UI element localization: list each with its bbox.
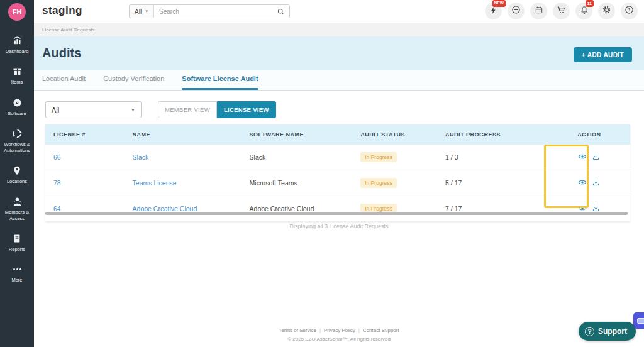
main-content: All ▼ MEMBER VIEW LICENSE VIEW LICENSE #…	[34, 91, 644, 347]
add-audit-button[interactable]: + ADD AUDIT	[574, 47, 632, 62]
avatar[interactable]: FH	[8, 3, 26, 21]
tab-software-license-audit[interactable]: Software License Audit	[182, 75, 258, 90]
license-name-link[interactable]: Teams License	[133, 179, 177, 187]
question-circle-icon: ?	[625, 5, 634, 17]
audit-progress: 5 / 17	[437, 170, 548, 196]
dashboard-icon	[12, 35, 23, 46]
svg-text:?: ?	[628, 8, 630, 12]
sidebar-item-label: Workflows & Automations	[1, 141, 33, 153]
view-eye-icon[interactable]	[578, 179, 587, 187]
topbar: staging All ▼ NEW	[34, 0, 644, 23]
browser-extension-icon[interactable]	[633, 312, 644, 329]
license-name-link[interactable]: Slack	[133, 153, 149, 161]
whats-new-button[interactable]: NEW	[485, 3, 502, 19]
disc-icon	[12, 97, 23, 108]
workflow-cycle-icon	[12, 128, 23, 139]
lightning-icon	[489, 6, 497, 17]
sidebar-item-reports[interactable]: Reports	[0, 228, 34, 258]
copyright-text: © 2025 EZO AssetSonar™. All rights reser…	[34, 336, 644, 342]
sidebar-item-dashboard[interactable]: Dashboard	[0, 30, 34, 60]
sidebar-item-label: More	[11, 277, 22, 283]
column-header-software: SOFTWARE NAME	[242, 124, 353, 145]
search-scope-dropdown[interactable]: All ▼	[130, 5, 154, 18]
search-icon[interactable]	[277, 5, 289, 18]
search-scope-value: All	[135, 8, 142, 15]
software-name: Slack	[242, 145, 353, 170]
extension-glyph	[637, 318, 644, 324]
footer: Terms of Service|Privacy Policy|Contact …	[34, 328, 644, 342]
sidebar-item-label: Members & Access	[1, 209, 33, 221]
table-row: 66 Slack Slack In Progress 1 / 3	[45, 145, 630, 170]
filter-dropdown-value: All	[52, 106, 59, 114]
breadcrumb-bar: License Audit Requests	[34, 23, 644, 36]
ellipsis-icon	[12, 264, 23, 275]
report-document-icon	[12, 233, 22, 244]
contact-support-link[interactable]: Contact Support	[363, 328, 399, 333]
license-view-button[interactable]: LICENSE VIEW	[217, 101, 276, 118]
download-icon[interactable]	[592, 153, 600, 162]
column-header-action: ACTION	[548, 124, 630, 145]
new-badge: NEW	[492, 0, 506, 7]
chevron-down-icon: ▼	[145, 9, 148, 13]
settings-button[interactable]	[598, 3, 615, 19]
cart-button[interactable]	[553, 3, 570, 19]
table-row: 78 Teams License Microsoft Teams In Prog…	[45, 170, 630, 196]
gear-icon	[602, 5, 611, 17]
terms-link[interactable]: Terms of Service	[279, 328, 316, 333]
audit-tabs: Location Audit Custody Verification Soft…	[34, 70, 644, 91]
filter-dropdown[interactable]: All ▼	[45, 101, 142, 118]
add-button[interactable]	[508, 3, 525, 19]
notifications-button[interactable]: 11	[575, 3, 592, 19]
support-button[interactable]: ? Support	[579, 322, 636, 341]
question-circle-icon: ?	[585, 327, 594, 336]
privacy-link[interactable]: Privacy Policy	[324, 328, 355, 333]
status-badge: In Progress	[360, 178, 396, 188]
sidebar-item-locations[interactable]: Locations	[0, 160, 34, 190]
horizontal-scrollbar[interactable]	[45, 212, 628, 215]
license-number-link[interactable]: 66	[53, 153, 61, 161]
member-view-button[interactable]: MEMBER VIEW	[158, 101, 217, 118]
sidebar-item-label: Dashboard	[6, 48, 29, 54]
software-name: Adobe Creative Cloud	[242, 196, 353, 222]
tab-location-audit[interactable]: Location Audit	[42, 75, 86, 90]
column-header-license: LICENSE #	[45, 124, 125, 145]
view-toggle: MEMBER VIEW LICENSE VIEW	[158, 101, 276, 118]
row-actions	[578, 153, 600, 162]
sidebar-nav: Dashboard Items Software Workflows & Aut…	[0, 30, 34, 290]
calendar-icon	[535, 6, 543, 17]
column-header-name: NAME	[125, 124, 242, 145]
search-input[interactable]	[154, 5, 277, 18]
topbar-actions: NEW 11	[485, 3, 638, 19]
license-number-link[interactable]: 78	[53, 179, 61, 187]
sidebar-item-members[interactable]: Members & Access	[0, 190, 34, 228]
sidebar-item-label: Software	[8, 111, 26, 116]
audit-progress: 7 / 17	[437, 196, 548, 222]
sidebar-item-label: Locations	[7, 179, 27, 184]
column-header-status: AUDIT STATUS	[352, 124, 437, 145]
plus-circle-icon	[511, 5, 521, 17]
sidebar-item-workflows[interactable]: Workflows & Automations	[0, 123, 34, 160]
brand-title: staging	[42, 4, 82, 17]
help-button[interactable]: ?	[621, 3, 638, 19]
box-icon	[12, 66, 23, 77]
sidebar-item-items[interactable]: Items	[0, 60, 34, 91]
view-eye-icon[interactable]	[578, 153, 587, 162]
row-actions	[578, 179, 600, 188]
support-label: Support	[598, 327, 627, 336]
divider: |	[358, 328, 360, 333]
column-header-progress: AUDIT PROGRESS	[437, 124, 548, 145]
tab-custody-verification[interactable]: Custody Verification	[103, 75, 164, 90]
person-icon	[12, 196, 23, 207]
cart-icon	[557, 5, 566, 17]
table-header-row: LICENSE # NAME SOFTWARE NAME AUDIT STATU…	[45, 124, 630, 145]
sidebar-item-software[interactable]: Software	[0, 92, 34, 123]
map-pin-icon	[12, 165, 22, 176]
global-search: All ▼	[129, 4, 290, 18]
audit-progress: 1 / 3	[437, 145, 548, 170]
breadcrumb[interactable]: License Audit Requests	[42, 27, 95, 33]
sidebar-item-label: Items	[11, 79, 23, 85]
calendar-button[interactable]	[530, 3, 547, 19]
sidebar: FH Dashboard Items Software	[0, 0, 34, 347]
sidebar-item-more[interactable]: More	[0, 258, 34, 289]
download-icon[interactable]	[592, 179, 600, 188]
